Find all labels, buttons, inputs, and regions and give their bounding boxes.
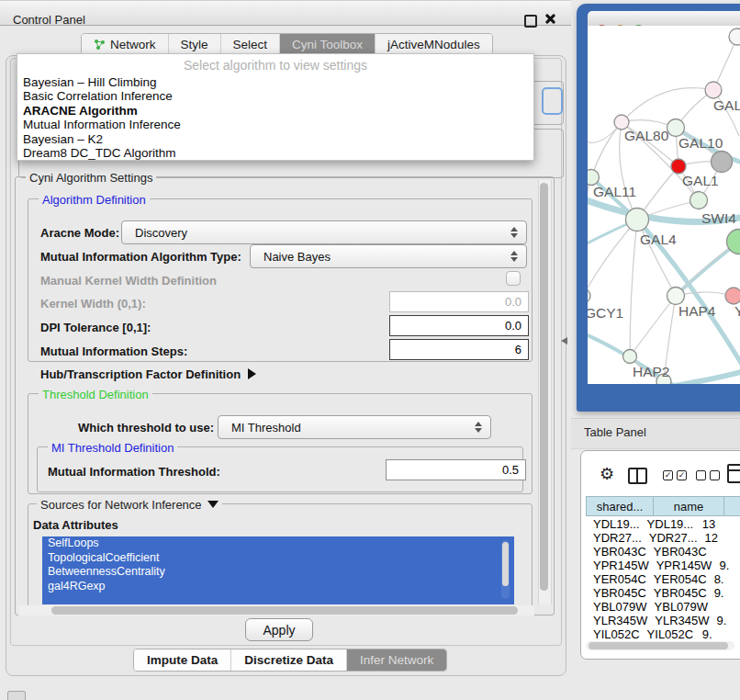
tab-label: jActiveMNodules [387,38,480,51]
network-node-red-node[interactable] [671,159,686,174]
node-label-gal1: GAL1 [682,173,719,188]
network-node-gal4[interactable] [626,209,649,231]
threshold-definition-title: Threshold Definition [39,388,152,401]
table-cell: YER054C [646,572,707,586]
network-node-gal10[interactable] [667,119,685,137]
algorithm-option-basic-correlation-inference[interactable]: Basic Correlation Inference [23,89,528,103]
network-graph[interactable]: GALGAL80GAL10GAL1GAL11SWI4GAL4GCY1HAP4YH… [588,26,740,384]
table-row[interactable]: YBR045CYBR045C9. [586,586,740,600]
bottom-left-widget[interactable] [7,691,26,700]
attributes-list-scrollbar-thumb[interactable] [502,542,509,586]
table-cell: 9. [710,614,740,627]
node-label-gcy1: GCY1 [588,305,623,321]
tab-discretize-data[interactable]: Discretize Data [231,649,347,671]
algorithm-option-dream8-dc-tdc-algorithm[interactable]: Dream8 DC_TDC Algorithm [23,146,528,160]
algorithm-option-aracne-algorithm[interactable]: ARACNE Algorithm [23,104,528,118]
network-edge[interactable] [591,122,622,177]
mi-type-select[interactable]: Naive Bayes [250,244,527,268]
table-row[interactable]: YBL079WYBL079W [586,600,740,614]
network-node-top-partial[interactable] [729,28,740,45]
network-node-hap4[interactable] [667,288,685,305]
aracne-mode-select[interactable]: Discovery [121,220,527,244]
kernel-width-label: Kernel Width (0,1): [40,297,146,310]
column-layout-icon[interactable] [628,468,647,484]
tab-style[interactable]: Style [169,34,221,54]
table-row[interactable]: YER054CYER054C8. [586,572,740,586]
deselect-all-checkboxes-icon[interactable] [696,470,720,480]
select-all-checkboxes-icon[interactable]: ✓✓ [663,470,687,480]
tab-network[interactable]: Network [82,34,169,54]
table-row[interactable]: YLR345WYLR345W9. [586,614,740,627]
data-attributes-list[interactable]: SelfLoopsTopologicalCoefficientBetweenne… [42,536,514,604]
attribute-item-gal4rgexp[interactable]: gal4RGexp [42,580,514,594]
network-node-hap2[interactable] [623,350,637,364]
table-cell [707,545,740,559]
algorithm-option-bayesian-k2[interactable]: Bayesian – K2 [23,132,528,146]
network-node-salmon-node[interactable] [725,288,740,304]
collapse-arrow-icon[interactable] [207,501,219,508]
network-edge[interactable] [622,88,713,122]
settings-group-title: Cyni Algorithm Settings [26,171,156,185]
sources-group-title[interactable]: Sources for Network Inference [37,498,222,512]
network-window-titlebar[interactable] [588,11,740,26]
mi-threshold-label: Mutual Information Threshold: [48,465,220,479]
tab-infer-network[interactable]: Infer Network [347,649,446,671]
network-edge[interactable] [630,220,637,356]
table-row[interactable]: YDL19...YDL19...13 [586,517,740,531]
network-edge[interactable] [630,296,676,356]
settings-horizontal-scrollbar-thumb[interactable] [51,606,518,615]
table-mode-icon[interactable] [727,464,740,483]
table-row[interactable]: YPR145WYPR145W9. [586,559,740,572]
tab-label: Style [181,38,208,51]
which-threshold-label: Which threshold to use: [78,421,214,435]
gear-icon[interactable]: ⚙ [600,464,614,484]
apply-button[interactable]: Apply [245,618,313,641]
table-row[interactable]: YIL052CYIL052C9. [586,627,740,639]
table-cell: YDR27... [642,531,698,545]
table-cell: 9. [707,586,740,600]
attribute-item-topologicalcoefficient[interactable]: TopologicalCoefficient [42,551,514,566]
node-label-gal80: GAL80 [624,128,669,143]
table-horizontal-scrollbar-thumb[interactable] [589,642,728,649]
table-row[interactable]: YBR043CYBR043C [586,545,740,559]
column-header-name[interactable]: name [653,496,723,516]
column-header-a[interactable]: A [723,496,740,516]
tab-select[interactable]: Select [221,34,281,54]
tab-label: Select [233,38,268,51]
expand-arrow-icon[interactable] [248,368,256,379]
algorithm-option-bayesian-hill-climbing[interactable]: Bayesian – Hill Climbing [23,75,528,89]
dpi-tolerance-field[interactable]: 0.0 [389,315,529,336]
table-row[interactable]: YDR27...YDR27...12 [586,531,740,545]
attribute-item-betweennesscentrality[interactable]: BetweennessCentrality [42,565,514,580]
spinner-arrows-icon [472,422,485,433]
settings-vertical-scrollbar-thumb[interactable] [540,183,548,591]
which-threshold-select[interactable]: MI Threshold [218,415,491,439]
close-panel-icon[interactable] [544,12,556,25]
manual-kernel-checkbox[interactable] [506,271,521,286]
float-panel-icon[interactable] [524,15,537,28]
table-cell: YBR045C [646,586,707,600]
network-node-gcy1[interactable] [588,288,590,303]
hub-definition-toggle[interactable]: Hub/Transcription Factor Definition [40,367,256,381]
algorithm-option-mutual-information-inference[interactable]: Mutual Information Inference [23,118,528,131]
network-node-gal11[interactable] [588,170,600,186]
tab-cyni-toolbox[interactable]: Cyni Toolbox [280,34,376,54]
mi-steps-field[interactable]: 6 [389,339,529,360]
attribute-item-selfloops[interactable]: SelfLoops [42,536,514,551]
kernel-width-field[interactable]: 0.0 [389,291,529,312]
table-cell: YDR27... [586,531,642,545]
control-panel-tabbar: NetworkStyleSelectCyni ToolboxjActiveMNo… [81,33,493,55]
tab-jactivemnodules[interactable]: jActiveMNodules [376,34,492,54]
table-cell [708,600,740,614]
column-header-shared-[interactable]: shared... [586,496,653,516]
network-node-gal1[interactable] [690,192,708,209]
network-node-gray-node[interactable] [712,152,733,173]
network-view-canvas[interactable]: GALGAL80GAL10GAL1GAL11SWI4GAL4GCY1HAP4YH… [588,26,740,384]
algorithm-definition-title: Algorithm Definition [39,193,150,207]
mi-threshold-field[interactable]: 0.5 [386,459,526,480]
tab-impute-data[interactable]: Impute Data [134,649,231,671]
network-node-gal-pink[interactable] [705,82,722,98]
network-edge[interactable] [588,177,591,296]
table-header-row: shared...nameA [586,496,740,516]
mi-type-value: Naive Bayes [251,250,508,264]
